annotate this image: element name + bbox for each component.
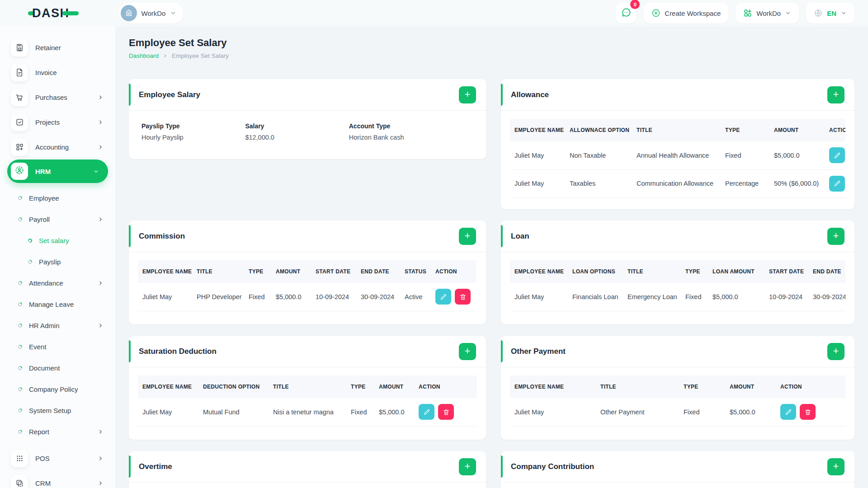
sidebar-item-hr-admin[interactable]: HR Admin: [0, 315, 115, 336]
bullet-icon: [17, 408, 23, 413]
column-header-amount: AMOUNT: [374, 375, 414, 398]
add-commission-button[interactable]: +: [459, 228, 476, 245]
table-cell: Juliet May: [510, 283, 568, 311]
sidebar-item-label: Payslip: [39, 258, 61, 266]
workspace-selector[interactable]: WorkDo: [118, 3, 184, 23]
sidebar-item-accounting[interactable]: Accounting: [0, 135, 115, 160]
workspace-menu-label: WorkDo: [756, 9, 781, 17]
column-header-deduction-option: DEDUCTION OPTION: [198, 375, 269, 398]
bullet-icon: [17, 195, 23, 201]
sidebar-item-pos[interactable]: POS: [0, 446, 115, 471]
messages-button[interactable]: 0: [616, 3, 637, 23]
action-cell: [431, 283, 476, 311]
bullet-icon: [17, 323, 23, 328]
sidebar-item-label: HRM: [35, 168, 51, 175]
column-header-employee-name: EMPLOYEE NAME: [138, 260, 192, 283]
invoice-icon: [11, 64, 28, 81]
pos-icon: [11, 450, 28, 467]
sidebar-item-system-setup[interactable]: System Setup: [0, 400, 115, 421]
column-header-type: TYPE: [681, 260, 708, 283]
column-header-employee-name: EMPLOYEE NAME: [510, 260, 568, 283]
sidebar-item-payslip[interactable]: Payslip: [0, 251, 115, 272]
delete-button[interactable]: [455, 289, 471, 305]
table-cell: $5,000.0: [725, 398, 776, 426]
create-workspace-label: Create Workspace: [665, 9, 721, 17]
sidebar-item-attendance[interactable]: Attendance: [0, 272, 115, 294]
table-cell: Other Payment: [596, 398, 679, 426]
language-button[interactable]: EN: [806, 3, 854, 23]
add-saturation-deduction-button[interactable]: +: [459, 343, 476, 360]
add-company-contribution-button[interactable]: +: [827, 458, 844, 475]
field-label: Account Type: [349, 122, 473, 130]
table-cell: Juliet May: [138, 398, 198, 426]
bullet-icon: [27, 238, 33, 244]
card-title: Saturation Deduction: [139, 347, 217, 356]
app-logo[interactable]: DASH: [28, 6, 79, 20]
add-employee-salary-button[interactable]: +: [459, 86, 476, 103]
sidebar-item-company-policy[interactable]: Company Policy: [0, 379, 115, 400]
field-value: Hourly Payslip: [142, 134, 245, 141]
table-cell: Juliet May: [510, 169, 565, 197]
chevron-down-icon: [785, 10, 791, 16]
sidebar-item-projects[interactable]: Projects: [0, 110, 115, 135]
sidebar-item-report[interactable]: Report: [0, 421, 115, 442]
sidebar-item-retainer[interactable]: Retainer: [0, 35, 115, 60]
sidebar-item-label: System Setup: [29, 407, 71, 414]
chevron-right-icon: [98, 323, 104, 328]
sidebar-item-employee[interactable]: Employee: [0, 188, 115, 209]
add-allowance-button[interactable]: +: [827, 86, 844, 103]
sidebar-item-hrm[interactable]: HRM: [7, 160, 108, 183]
purchases-icon: [11, 89, 28, 106]
salary-field-account-type: Account TypeHorizon Bank cash: [349, 122, 473, 141]
workspace-selector-label: WorkDo: [142, 9, 166, 17]
breadcrumb-dashboard-link[interactable]: Dashboard: [129, 52, 159, 59]
delete-button[interactable]: [438, 404, 454, 420]
projects-icon: [11, 114, 28, 131]
edit-button[interactable]: [435, 289, 451, 305]
sidebar-item-purchases[interactable]: Purchases: [0, 85, 115, 110]
edit-button[interactable]: [829, 176, 845, 192]
crm-icon: [11, 475, 28, 488]
table-row: Juliet MayPHP DeveloperFixed$5,000.010-0…: [138, 283, 476, 311]
chevron-right-icon: [98, 455, 104, 461]
sidebar-item-invoice[interactable]: Invoice: [0, 60, 115, 85]
add-loan-button[interactable]: +: [827, 228, 844, 245]
sidebar-item-payroll[interactable]: Payroll: [0, 209, 115, 230]
card-title: Company Contribution: [511, 462, 594, 471]
edit-button[interactable]: [419, 404, 434, 420]
delete-button[interactable]: [800, 404, 816, 420]
sidebar-item-manage-leave[interactable]: Manage Leave: [0, 294, 115, 315]
sidebar-item-label: Accounting: [35, 143, 69, 151]
edit-button[interactable]: [829, 147, 845, 163]
bullet-icon: [17, 365, 23, 371]
column-header-amount: AMOUNT: [769, 119, 825, 141]
sidebar-item-set-salary[interactable]: Set salary: [0, 230, 115, 251]
table-cell: $5,000.0: [374, 398, 414, 426]
table-cell: Emergency Loan: [623, 283, 681, 311]
sidebar-item-crm[interactable]: CRM: [0, 471, 115, 488]
edit-button[interactable]: [780, 404, 796, 420]
sidebar-item-label: Manage Leave: [29, 300, 74, 308]
column-header-type: TYPE: [679, 375, 725, 398]
table-cell: $5,000.0: [708, 283, 764, 311]
table-cell: 10-09-2024: [764, 283, 808, 311]
add-overtime-button[interactable]: +: [459, 458, 476, 475]
sidebar-item-label: Payroll: [29, 216, 50, 223]
sidebar-modules-bottom: POSCRM: [0, 446, 115, 488]
field-value: $12,000.0: [245, 134, 349, 141]
language-label: EN: [827, 9, 836, 17]
create-workspace-button[interactable]: Create Workspace: [644, 3, 728, 23]
column-header-status: STATUS: [400, 260, 431, 283]
workspace-menu-button[interactable]: WorkDo: [736, 3, 799, 23]
add-other-payment-button[interactable]: +: [827, 343, 844, 360]
column-header-type: TYPE: [346, 375, 374, 398]
sidebar-item-label: Employee: [29, 194, 59, 202]
chevron-right-icon: [98, 280, 104, 286]
sidebar-item-document[interactable]: Document: [0, 357, 115, 379]
card-overtime: Overtime +: [129, 451, 486, 488]
sidebar-item-event[interactable]: Event: [0, 336, 115, 357]
plus-circle-icon: [651, 9, 660, 18]
card-title: Loan: [511, 232, 529, 241]
sidebar-modules-top: RetainerInvoicePurchasesProjectsAccounti…: [0, 35, 115, 160]
table-row: Juliet MayNon TaxableAnnual Health Allow…: [510, 141, 845, 169]
